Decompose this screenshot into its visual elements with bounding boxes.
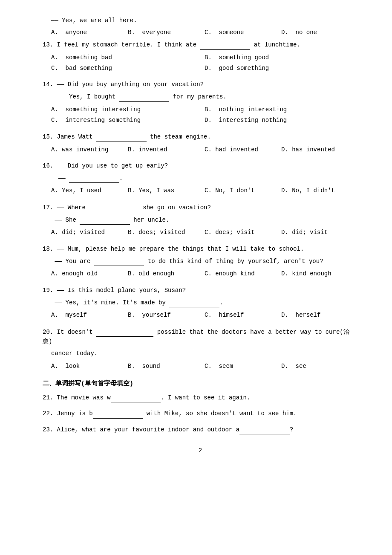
q17-option-a: A. did; visited [51,227,128,238]
q13-option-a: A. something bad [51,52,205,63]
q13-blank [200,40,251,49]
q19-line1: 19. —— Is this model plane yours, Susan? [43,286,358,295]
q18-option-a: A. enough old [51,269,128,279]
s2-blank-22 [93,408,143,418]
question-17: 17. —— Where she go on vacation? —— She … [43,202,358,238]
q19-option-d: D. herself [281,310,358,321]
q17-line1: 17. —— Where she go on vacation? [43,202,358,212]
s2-item-22: 22. Jenny is b with Mike, so she doesn't… [43,408,358,418]
q17-options: A. did; visited B. does; visited C. does… [43,227,358,238]
q19-options: A. myself B. yourself C. himself D. hers… [43,310,358,321]
q14-option-d: D. interesting nothing [205,115,358,126]
q13-options: A. something bad B. something good C. ba… [43,52,358,74]
q13-option-b: B. something good [205,52,358,63]
q16-option-b: B. Yes, I was [128,185,205,196]
q17-blank1 [89,202,139,212]
question-15: 15. James Watt the steam engine. A. was … [43,132,358,155]
s2-blank-23 [239,425,290,434]
q20-blank [96,327,153,337]
q19-option-a: A. myself [51,310,128,321]
q15-option-d: D. has invented [281,145,358,155]
q14-option-a: A. something interesting [51,104,205,115]
q18-blank [94,256,144,266]
q19-line2: —— Yes, it's mine. It's made by . [43,298,358,307]
intro-line: —— Yes, we are all here. [43,17,358,24]
q15-blank [96,132,147,142]
page-number: 2 [43,447,358,454]
page-num-text: 2 [199,447,202,454]
q20-option-c: C. seem [205,361,281,372]
s2-item-21: 21. The movie was w . I want to see it a… [43,393,358,402]
option-c-intro: C. someone [205,27,281,38]
q19-blank [169,298,219,307]
question-16: 16. —— Did you use to get up early? —— .… [43,161,358,197]
question-14: 14. —— Did you buy anything on your vaca… [43,80,358,126]
question-13: 13. I feel my stomach terrible. I think … [43,40,358,74]
intro-options-row: A. anyone B. everyone C. someone D. no o… [43,27,358,38]
q13-option-d: D. good something [205,63,358,74]
option-a-intro: A. anyone [51,27,128,38]
q20-option-a: A. look [51,361,128,372]
q16-line2: —— . [43,173,358,183]
s2-item-23: 23. Alice, what are your favourite indoo… [43,425,358,434]
q16-blank [69,173,119,183]
q17-option-b: B. does; visited [128,227,205,238]
option-d-intro: D. no one [281,27,358,38]
q20-options: A. look B. sound C. seem D. see [43,361,358,372]
q13-line: 13. I feel my stomach terrible. I think … [43,40,358,49]
q16-option-c: C. No, I don't [205,185,281,196]
section2-title: 二、单词拼写(单句首字母填空) [43,379,358,387]
q18-option-b: B. old enough [128,269,205,279]
question-18: 18. —— Mum, please help me prepare the t… [43,244,358,280]
q13-option-c: C. bad something [51,63,205,74]
intro-text: —— Yes, we are all here. [51,17,137,24]
q16-option-d: D. No, I didn't [281,185,358,196]
q17-option-c: C. does; visit [205,227,281,238]
q15-option-b: B. invented [128,145,205,155]
q15-options: A. was inventing B. invented C. had inve… [43,145,358,155]
q15-line: 15. James Watt the steam engine. [43,132,358,142]
s2-line-23: 23. Alice, what are your favourite indoo… [43,425,358,434]
q14-option-b: B. nothing interesting [205,104,358,115]
q18-options: A. enough old B. old enough C. enough ki… [43,269,358,279]
q19-option-c: C. himself [205,310,281,321]
q14-line2: —— Yes, I bought for my parents. [43,92,358,101]
q15-option-c: C. had invented [205,145,281,155]
q14-blank [119,92,170,101]
q20-option-d: D. see [281,361,358,372]
q16-line1: 16. —— Did you use to get up early? [43,161,358,171]
q20-line2: cancer today. [43,349,358,358]
question-20: 20. It doesn't possible that the doctors… [43,327,358,372]
q20-line1: 20. It doesn't possible that the doctors… [43,327,358,347]
question-19: 19. —— Is this model plane yours, Susan?… [43,286,358,321]
q18-line1: 18. —— Mum, please help me prepare the t… [43,244,358,254]
q14-option-c: C. interesting something [51,115,205,126]
q20-option-b: B. sound [128,361,205,372]
q14-options: A. something interesting B. nothing inte… [43,104,358,126]
q17-option-d: D. did; visit [281,227,358,238]
q17-line2: —— She her uncle. [43,215,358,225]
q18-line2: —— You are to do this kind of thing by y… [43,256,358,266]
s2-blank-21 [111,393,161,402]
q16-options: A. Yes, I used B. Yes, I was C. No, I do… [43,185,358,196]
option-b-intro: B. everyone [128,27,205,38]
q18-option-d: D. kind enough [281,269,358,279]
q19-option-b: B. yourself [128,310,205,321]
q15-option-a: A. was inventing [51,145,128,155]
page-content: —— Yes, we are all here. A. anyone B. ev… [43,17,358,454]
q18-option-c: C. enough kind [205,269,281,279]
s2-line-21: 21. The movie was w . I want to see it a… [43,393,358,402]
q16-option-a: A. Yes, I used [51,185,128,196]
s2-line-22: 22. Jenny is b with Mike, so she doesn't… [43,408,358,418]
q17-blank2 [80,215,130,225]
q14-line1: 14. —— Did you buy anything on your vaca… [43,80,358,89]
